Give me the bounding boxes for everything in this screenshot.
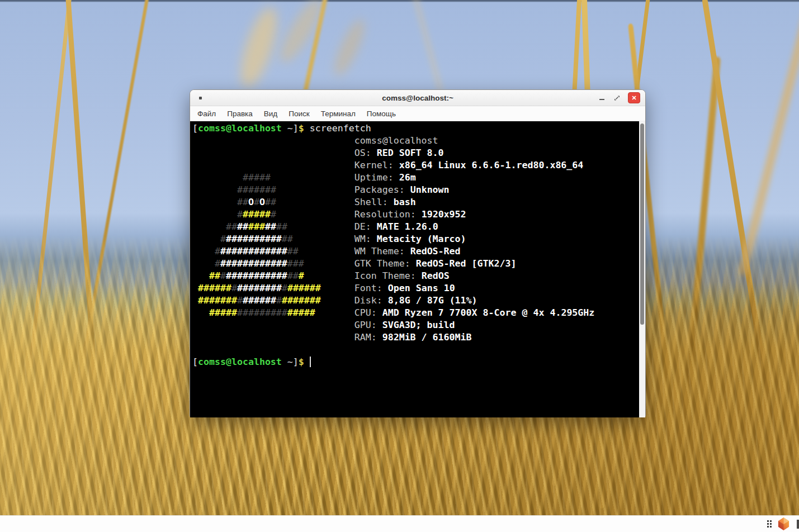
minimize-icon [599,99,604,100]
terminal-line: ################### CPU: AMD Ryzen 7 770… [192,307,639,319]
terminal-line: GPU: SVGA3D; build [192,319,639,331]
terminal-line: ####### Resolution: 1920x952 [192,208,639,221]
terminal-line: [comss@localhost ~]$ screenfetch [192,122,639,135]
redos-logo-icon[interactable] [777,517,790,531]
app-grid-icon[interactable] [767,520,772,528]
close-icon: ✕ [631,95,636,101]
terminal-line: ##O#O## Shell: bash [192,196,639,208]
terminal-line: ############# WM: Metacity (Marco) [192,233,639,245]
close-button[interactable]: ✕ [628,92,640,103]
terminal-line [192,344,639,356]
menu-item-0[interactable]: Файл [192,108,221,120]
terminal-line: RAM: 982MiB / 6160MiB [192,331,639,344]
taskbar [0,515,799,532]
terminal-line: Kernel: x86_64 Linux 6.6.6-1.red80.x86_6… [192,159,639,172]
terminal-line: ########### DE: MATE 1.26.0 [192,221,639,233]
terminal-line: OS: RED SOFT 8.0 [192,147,639,159]
scrollbar-thumb[interactable] [640,124,644,325]
menu-item-5[interactable]: Помощь [361,108,401,120]
terminal-line: ################ GTK Theme: RedOS-Red [G… [192,258,639,270]
terminal-window: comss@localhost:~ ✕ ФайлПравкаВидПоискТе… [190,89,646,417]
terminal-line: ####### Packages: Unknown [192,184,639,196]
title-bar[interactable]: comss@localhost:~ ✕ [190,90,645,106]
terminal-scrollbar[interactable] [639,121,645,417]
restore-button[interactable] [613,94,621,102]
menu-item-2[interactable]: Вид [258,108,283,120]
menu-bar: ФайлПравкаВидПоискТерминалПомощь [190,106,645,121]
terminal-screen[interactable]: [comss@localhost ~]$ screenfetch comss@l… [190,121,639,417]
terminal-area: [comss@localhost ~]$ screenfetch comss@l… [190,121,645,417]
window-controls: ✕ [598,92,645,103]
terminal-line: ##### Uptime: 26m [192,172,639,184]
menu-item-3[interactable]: Поиск [283,108,315,120]
terminal-line: ###################### Font: Open Sans 1… [192,282,639,294]
menu-item-4[interactable]: Терминал [315,108,361,120]
terminal-line: ###################### Disk: 8,8G / 87G … [192,294,639,307]
restore-icon [613,94,621,102]
terminal-cursor [310,357,311,367]
menu-item-1[interactable]: Правка [221,108,258,120]
window-title: comss@localhost:~ [190,94,645,102]
minimize-button[interactable] [598,93,606,102]
tray-edge-item[interactable] [797,520,799,529]
terminal-line: comss@localhost [192,135,639,147]
terminal-line: ############### WM Theme: RedOS-Red [192,245,639,258]
terminal-line: [comss@localhost ~]$ [192,356,639,368]
terminal-line: ################# Icon Theme: RedOS [192,270,639,282]
window-menu-icon[interactable] [199,97,202,99]
